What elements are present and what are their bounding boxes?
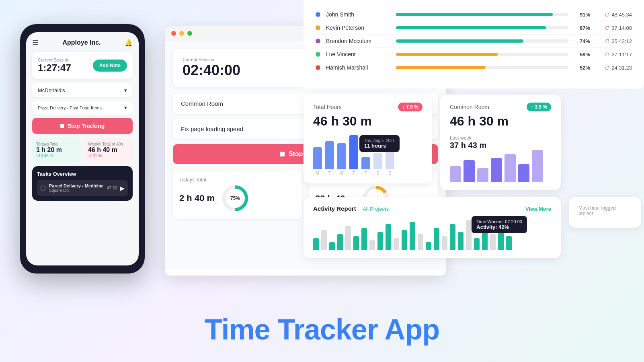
- total-hours-title: Total Hours: [313, 104, 342, 110]
- phone-totals-row: Todays Total 1 h 20 m +13.45 % Weekly To…: [32, 138, 133, 162]
- activity-bar: [386, 224, 391, 250]
- activity-bar: [329, 242, 335, 250]
- chevron-down-icon-2: ▾: [124, 105, 127, 111]
- activity-sub[interactable]: All Projects: [363, 206, 389, 212]
- stat-row: John Smith 91% ⏱ 48:45:34: [316, 8, 632, 21]
- most-hour-label: Most hour logged project: [578, 205, 632, 216]
- bar-group: F: [361, 157, 370, 175]
- phone-weekly-label: Weekly Total of 40h: [88, 142, 129, 146]
- play-icon[interactable]: ▶: [120, 185, 125, 191]
- page-title: Time Tracker App: [205, 313, 439, 346]
- common-room-title: Common Room: [450, 104, 489, 110]
- activity-bar: [466, 220, 472, 250]
- activity-bar: [458, 232, 464, 250]
- stat-pct: 59%: [574, 51, 590, 58]
- activity-bar: [361, 228, 367, 250]
- bar-group: S: [373, 153, 382, 175]
- total-hours-card: Total Hours ↓ 7.5 % 46 h 30 m M T W T F …: [304, 95, 432, 183]
- stat-bar-container: [396, 53, 568, 56]
- phone-header: ☰ Apploye Inc. 🔔: [32, 38, 133, 47]
- browser-todays-total: Todays Total 2 h 40 m 75%: [173, 171, 302, 219]
- stat-bar: [396, 13, 553, 16]
- activity-bar: [442, 236, 447, 250]
- activity-section: Activity Report All Projects View More T…: [304, 197, 561, 258]
- common-room-week-hours: 37 h 43 m: [450, 141, 551, 150]
- bar-day-t: [325, 141, 334, 169]
- phone-todays-change: +13.45 %: [36, 154, 77, 158]
- total-hours-badge: ↓ 7.5 %: [398, 103, 422, 111]
- stat-row: Kevin Peterson 87% ⏱ 37:14:08: [316, 21, 632, 35]
- phone-session-info: Current Session 1:27:47: [38, 58, 71, 74]
- clock-icon: ⏱: [605, 25, 610, 31]
- arrow-down-icon: ↓: [402, 104, 404, 110]
- activity-bar: [313, 238, 319, 250]
- cr-bar: [477, 168, 488, 182]
- common-room-card: Common Room ↑ 3.5 % 46 h 30 m Last week …: [440, 95, 561, 190]
- phone-stop-tracking-button[interactable]: Stop Tracking: [32, 118, 133, 134]
- stat-name: Lue Vincent: [326, 51, 390, 58]
- activity-header: Activity Report All Projects View More: [313, 205, 551, 212]
- browser-session-label: Current Session: [183, 57, 240, 62]
- stat-bar-container: [396, 66, 568, 69]
- bar-day-s: [373, 153, 382, 169]
- phone-add-note-button[interactable]: Add Note: [93, 60, 127, 72]
- phone-dropdown-1[interactable]: McDonald's ▾: [32, 83, 133, 97]
- stat-dot: [316, 12, 320, 17]
- stat-time: ⏱ 27:11:17: [596, 51, 632, 58]
- bar-day-label: S: [389, 171, 392, 175]
- phone-task-name: Parcel Delivery - Medicine: [49, 183, 104, 188]
- browser-todays-pct: 75%: [230, 195, 240, 201]
- stat-bar: [396, 39, 523, 43]
- browser-min-dot[interactable]: [179, 31, 184, 36]
- browser-max-dot[interactable]: [187, 31, 192, 36]
- phone-mockup: ☰ Apploye Inc. 🔔 Current Session 1:27:47…: [20, 24, 145, 274]
- phone-dropdown-1-value: McDonald's: [38, 87, 65, 93]
- bell-icon[interactable]: 🔔: [125, 39, 133, 47]
- activity-bar: [321, 230, 327, 250]
- browser-session-time: 02:40:00: [183, 62, 240, 79]
- view-more-link[interactable]: View More: [525, 206, 551, 212]
- menu-icon[interactable]: ☰: [32, 38, 39, 47]
- arrow-up-icon: ↑: [531, 104, 533, 110]
- stat-time: ⏱ 35:43:12: [596, 38, 632, 44]
- phone-dropdown-2[interactable]: Pizza Delivery - Fast Food Items ▾: [32, 101, 133, 115]
- total-hours-tooltip: Thu, Aug 5, 2021 11 hours: [359, 135, 400, 152]
- task-circle-icon: [40, 185, 46, 191]
- activity-tooltip: Time Worked: 07:20:00 Activity: 42%: [472, 216, 527, 233]
- stat-bar-container: [396, 39, 568, 43]
- activity-title: Activity Report: [313, 205, 356, 212]
- browser-close-dot[interactable]: [171, 31, 176, 36]
- common-room-header: Common Room ↑ 3.5 %: [450, 103, 551, 111]
- total-hours-value: 46 h 30 m: [313, 114, 422, 129]
- stat-time: ⏱ 37:14:08: [596, 25, 632, 31]
- phone-todays-value: 1 h 20 m: [36, 146, 77, 154]
- total-hours-header: Total Hours ↓ 7.5 %: [313, 103, 422, 111]
- bar-day-label: S: [377, 171, 379, 175]
- phone-task-info: Parcel Delivery - Medicine Square Ltd.: [49, 183, 104, 193]
- clock-icon: ⏱: [605, 38, 610, 44]
- browser-todays-label: Todays Total: [179, 177, 296, 183]
- bar-day-f: [361, 157, 370, 169]
- stat-bar-container: [396, 26, 568, 29]
- stat-name: Brendon Mcculum: [326, 38, 390, 44]
- stat-pct: 87%: [574, 25, 590, 31]
- bar-group: M: [313, 147, 322, 175]
- bar-day-s: [386, 151, 394, 169]
- activity-bar: [490, 234, 496, 250]
- activity-bar: [345, 226, 351, 250]
- phone-dropdown-2-value: Pizza Delivery - Fast Food Items: [38, 105, 102, 110]
- stat-time: ⏱ 24:31:23: [596, 65, 632, 71]
- browser-todays-value: 2 h 40 m: [179, 193, 215, 204]
- phone-todays-label: Todays Total: [36, 142, 77, 146]
- stat-row: Lue Vincent 59% ⏱ 27:11:17: [316, 48, 632, 61]
- stat-pct: 91%: [574, 12, 590, 18]
- stat-dot: [316, 65, 320, 70]
- activity-bar: [369, 240, 375, 250]
- phone-app-name: Apploye Inc.: [62, 39, 100, 46]
- stat-bar: [396, 26, 546, 29]
- tooltip-hours: 11 hours: [364, 143, 395, 149]
- phone-session-label: Current Session: [38, 58, 71, 62]
- activity-bar: [450, 224, 455, 250]
- clock-icon: ⏱: [605, 12, 610, 18]
- phone-weekly-value: 46 h 40 m: [88, 146, 129, 154]
